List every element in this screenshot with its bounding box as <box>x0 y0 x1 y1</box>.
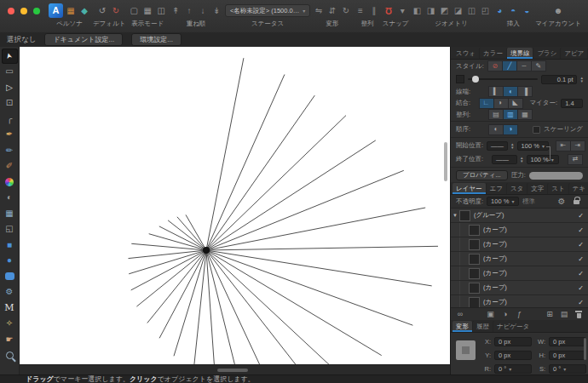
insert-behind-icon[interactable]: ◕ <box>493 4 505 17</box>
miter-input[interactable]: 1.4 <box>561 99 583 108</box>
layer-visibility-checkbox[interactable]: ✓ <box>578 226 584 234</box>
snapping-options-chevron-icon[interactable]: ▾ <box>396 4 408 17</box>
designer-persona-icon[interactable]: A <box>49 3 63 18</box>
blend-mode-dropdown[interactable]: 標準 <box>522 197 535 206</box>
document-settings-button[interactable]: ドキュメント設定... <box>44 33 123 46</box>
layer-effects-icon[interactable]: ƒ <box>515 309 525 319</box>
move-backward-icon[interactable]: ↓ <box>197 4 209 17</box>
custom-shape-tool[interactable]: ⚙ <box>2 285 18 300</box>
rotate-icon[interactable]: ↻ <box>340 4 352 17</box>
stroke-width-input[interactable]: 0.1 pt <box>541 75 577 84</box>
rounded-rectangle-tool[interactable] <box>2 269 18 284</box>
distribute-icon[interactable]: ∥ <box>368 4 380 17</box>
layer-row[interactable]: ▼(グループ)✓ <box>451 209 588 223</box>
flip-horizontal-icon[interactable]: ⇋ <box>313 4 325 17</box>
mask-layer-icon[interactable]: ▣ <box>486 309 496 319</box>
align-inside-icon[interactable]: ▥ <box>504 109 518 120</box>
miter-join-icon[interactable]: ∟ <box>479 98 494 109</box>
pixel-persona-icon[interactable]: ▦ <box>65 4 77 17</box>
start-arrowhead-icon[interactable]: ⇤ <box>556 140 571 151</box>
layer-visibility-checkbox[interactable]: ✓ <box>578 270 584 277</box>
transform-field-y[interactable]: 0 px <box>494 351 532 360</box>
layer-row[interactable]: (カーブ)✓ <box>451 223 588 237</box>
start-stepper[interactable]: ▴▾ <box>511 142 514 149</box>
opacity-input[interactable]: 100 % <box>487 197 519 206</box>
anchor-point-selector[interactable] <box>456 340 476 360</box>
edit-all-layers-icon[interactable]: ∞ <box>455 309 465 319</box>
tab-swatches[interactable]: スウォ <box>453 48 479 59</box>
swap-arrowheads-icon[interactable]: ⇄ <box>568 154 583 165</box>
tab-appearance[interactable]: アピア <box>560 48 587 59</box>
boolean-intersect-icon[interactable]: ◩ <box>438 4 450 17</box>
transparency-tool[interactable]: ◐ <box>2 191 18 206</box>
tab-transform[interactable]: 変形 <box>453 321 472 332</box>
layer-visibility-checkbox[interactable]: ✓ <box>578 241 584 249</box>
corner-tool[interactable]: ╭ <box>2 111 18 127</box>
panel-scrollbar[interactable] <box>584 338 586 360</box>
status-dropdown[interactable]: <名称未設定> (1500.0…▾ <box>225 4 310 17</box>
pen-tool[interactable]: ✒ <box>2 128 18 143</box>
canvas-vertical-scrollbar[interactable] <box>444 142 447 181</box>
transform-field-s[interactable]: 0 ° <box>549 364 586 374</box>
gear-icon[interactable]: ⚙ <box>556 195 568 208</box>
zoom-window-button[interactable] <box>33 8 40 14</box>
snapping-icon[interactable]: Ω <box>383 4 395 17</box>
round-join-icon[interactable]: ◗ <box>494 98 509 109</box>
reset-defaults-icon[interactable]: ↺ <box>96 4 108 17</box>
tab-character[interactable]: 文字 <box>527 183 547 194</box>
align-outside-icon[interactable]: ▦ <box>518 109 533 120</box>
export-persona-icon[interactable]: ◆ <box>78 4 90 17</box>
insert-on-top-icon[interactable]: ◓ <box>507 4 519 17</box>
properties-button[interactable]: プロパティ... <box>456 170 508 180</box>
boolean-add-icon[interactable]: ◧ <box>411 4 423 17</box>
boolean-xor-icon[interactable]: ◪ <box>452 4 464 17</box>
point-transform-tool[interactable]: ⊡ <box>2 96 18 111</box>
scale-with-object-checkbox[interactable] <box>533 126 540 134</box>
vector-view-icon[interactable]: ▢ <box>128 4 140 17</box>
add-page-icon[interactable]: ⊞ <box>545 309 555 319</box>
move-tool[interactable]: ➤ <box>2 49 18 64</box>
stroke-behind-icon[interactable]: ◐ <box>488 124 504 135</box>
place-image-tool[interactable]: ▦ <box>2 206 18 221</box>
node-tool[interactable]: ▷ <box>2 80 18 95</box>
transform-field-w[interactable]: 0 px <box>549 337 586 346</box>
tab-layers[interactable]: レイヤー <box>453 183 486 194</box>
layer-visibility-checkbox[interactable]: ✓ <box>578 255 584 263</box>
stroke-width-knob[interactable] <box>472 76 479 83</box>
rectangle-tool[interactable]: ■ <box>2 237 18 253</box>
dashed-stroke-icon[interactable]: ┄ <box>517 60 532 71</box>
vector-brush-tool[interactable]: ✐ <box>2 159 18 174</box>
butt-cap-icon[interactable]: ▍ <box>488 86 504 97</box>
move-to-back-icon[interactable]: ↡ <box>210 4 222 17</box>
end-line-style[interactable]: —— <box>492 155 517 164</box>
view-tool[interactable]: ☛ <box>2 332 18 347</box>
boolean-merge-icon[interactable]: ◰ <box>479 4 491 17</box>
alignment-icon[interactable]: ≡ <box>355 4 366 17</box>
minimize-window-button[interactable] <box>20 8 27 14</box>
text-tool[interactable]: M <box>2 300 18 316</box>
fill-tool[interactable] <box>2 174 18 190</box>
layer-row[interactable]: (カーブ)✓ <box>451 237 588 252</box>
move-to-front-icon[interactable]: ↟ <box>170 4 182 17</box>
tab-stock[interactable]: スト <box>547 183 568 194</box>
add-layer-icon[interactable]: ▤ <box>559 309 569 319</box>
tab-colour[interactable]: カラー <box>479 48 506 59</box>
tab-brushes[interactable]: ブラシ <box>533 48 560 59</box>
align-centre-icon[interactable]: ▤ <box>488 109 504 120</box>
start-line-style[interactable]: —— <box>487 141 508 151</box>
start-percent-input[interactable]: 100 % <box>517 141 549 151</box>
no-stroke-icon[interactable]: ⊘ <box>487 60 503 71</box>
brush-stroke-icon[interactable]: ✎ <box>532 60 546 71</box>
layer-row[interactable]: (カーブ)✓ <box>451 252 588 266</box>
tab-navigator[interactable]: ナビゲータ <box>493 321 533 332</box>
layer-visibility-checkbox[interactable]: ✓ <box>578 299 584 306</box>
boolean-subtract-icon[interactable]: ◨ <box>424 4 436 17</box>
solid-stroke-icon[interactable]: ╱ <box>503 60 517 71</box>
layer-row[interactable]: (カーブ)✓ <box>451 281 588 295</box>
tab-history[interactable]: 履歴 <box>472 321 493 332</box>
document-canvas[interactable] <box>20 47 450 364</box>
layer-visibility-checkbox[interactable]: ✓ <box>578 212 584 220</box>
layer-visibility-checkbox[interactable]: ✓ <box>578 284 584 292</box>
stroke-width-slider[interactable] <box>468 78 538 80</box>
layer-row[interactable]: (カーブ)✓ <box>451 266 588 281</box>
